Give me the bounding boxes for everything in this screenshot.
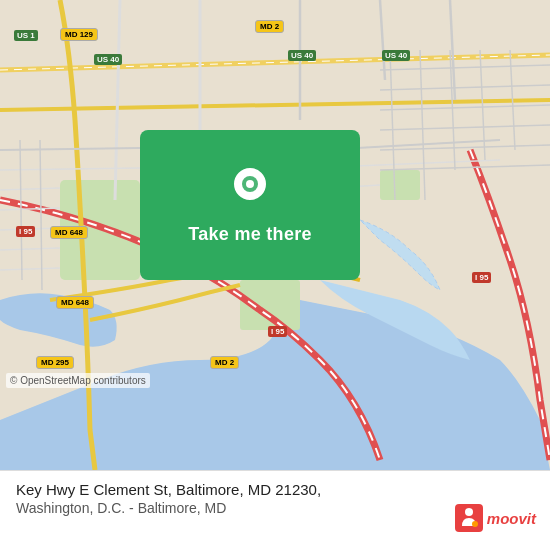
shield-i95-right: I 95 bbox=[472, 272, 491, 283]
shield-md2-bot: MD 2 bbox=[210, 356, 239, 369]
shield-us40-right: US 40 bbox=[382, 50, 410, 61]
take-me-there-button[interactable]: Take me there bbox=[188, 224, 312, 245]
osm-credit: © OpenStreetMap contributors bbox=[6, 373, 150, 388]
shield-md648-bot: MD 648 bbox=[56, 296, 94, 309]
address-street: Key Hwy E Clement St, Baltimore, MD 2123… bbox=[16, 481, 534, 498]
shield-md648-left: MD 648 bbox=[50, 226, 88, 239]
shield-md2-top: MD 2 bbox=[255, 20, 284, 33]
shield-i95-bot: I 95 bbox=[268, 326, 287, 337]
moovit-icon bbox=[455, 504, 483, 532]
location-pin-icon bbox=[230, 166, 270, 214]
moovit-logo: moovit bbox=[455, 504, 536, 532]
svg-point-40 bbox=[465, 508, 473, 516]
shield-us1: US 1 bbox=[14, 30, 38, 41]
svg-point-41 bbox=[472, 521, 478, 527]
shield-md295: MD 295 bbox=[36, 356, 74, 369]
shield-md129: MD 129 bbox=[60, 28, 98, 41]
take-me-there-overlay[interactable]: Take me there bbox=[140, 130, 360, 280]
shield-us40-mid: US 40 bbox=[288, 50, 316, 61]
map-container: US 1 MD 129 MD 2 US 40 US 40 US 40 I 95 … bbox=[0, 0, 550, 470]
shield-i95-left: I 95 bbox=[16, 226, 35, 237]
moovit-brand-text: moovit bbox=[487, 510, 536, 527]
info-bar: Key Hwy E Clement St, Baltimore, MD 2123… bbox=[0, 470, 550, 550]
svg-rect-3 bbox=[380, 170, 420, 200]
shield-us40-left: US 40 bbox=[94, 54, 122, 65]
